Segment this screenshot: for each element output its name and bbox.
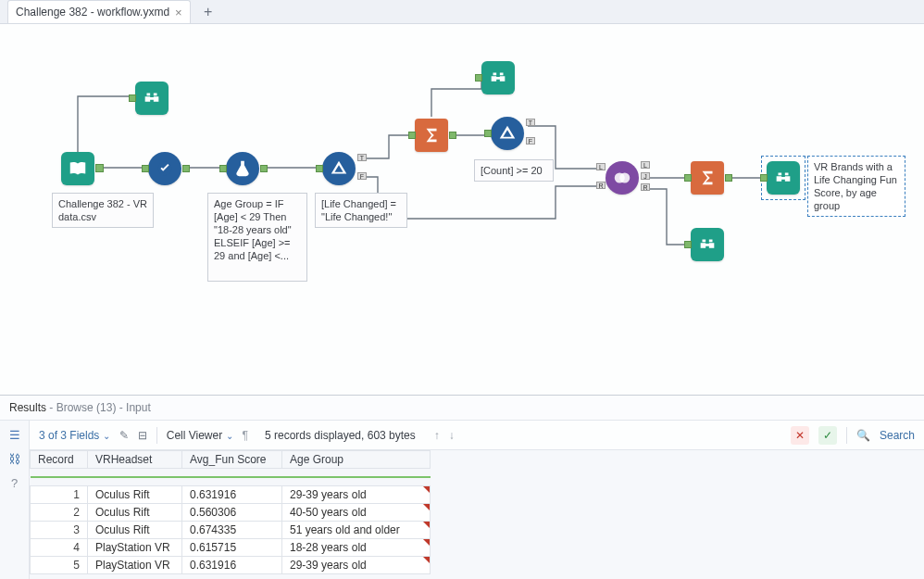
cell-score: 0.615715 <box>182 539 282 557</box>
browse-tool[interactable] <box>481 61 515 94</box>
close-tab-icon[interactable]: × <box>175 6 182 19</box>
arrow-up-icon[interactable]: ↑ <box>434 429 440 442</box>
select-tool[interactable] <box>148 152 181 185</box>
edit-icon[interactable]: ✎ <box>119 429 129 442</box>
filter1-annotation: [Life Changed] = "Life Changed!" <box>315 193 407 228</box>
browse-tool-selected[interactable] <box>767 161 800 195</box>
remove-icon[interactable]: ⊟ <box>138 429 147 442</box>
search-icon[interactable]: 🔍 <box>856 429 870 442</box>
cell-headset: PlayStation VR <box>88 539 182 557</box>
browse-tool[interactable] <box>135 82 169 115</box>
results-subtitle: - Browse (13) - Input <box>49 401 150 414</box>
separator <box>156 427 157 444</box>
records-status: 5 records displayed, 603 bytes <box>265 429 416 442</box>
join-icon <box>612 168 632 188</box>
table-row[interactable]: 1 Oculus Rift 0.631916 29-39 years old <box>31 486 431 504</box>
results-title: Results <box>9 401 46 414</box>
input-port[interactable] <box>684 241 692 248</box>
left-output-anchor[interactable]: L <box>641 161 650 169</box>
true-anchor[interactable]: T <box>357 154 367 161</box>
app-root: Challenge 382 - workflow.yxmd × + <box>0 0 924 579</box>
summarize-tool[interactable] <box>415 119 448 152</box>
help-icon[interactable]: ? <box>6 474 23 491</box>
binoculars-icon <box>488 68 508 88</box>
cell-viewer-dropdown[interactable]: Cell Viewer ⌄ <box>167 429 233 442</box>
sigma-icon <box>421 125 442 145</box>
output-port[interactable] <box>449 132 456 139</box>
table-row[interactable]: 4 PlayStation VR 0.615715 18-28 years ol… <box>31 539 431 557</box>
table-row[interactable]: 5 PlayStation VR 0.631916 29-39 years ol… <box>31 557 431 574</box>
right-output-anchor[interactable]: R <box>641 183 650 191</box>
cancel-button[interactable]: ✕ <box>791 426 809 445</box>
join-tool[interactable] <box>606 161 639 195</box>
col-record[interactable]: Record <box>31 451 88 469</box>
cell-score: 0.631916 <box>182 486 282 504</box>
filter-tool[interactable] <box>322 152 356 185</box>
arrow-down-icon[interactable]: ↓ <box>449 429 455 442</box>
cell-score: 0.674335 <box>182 522 282 539</box>
left-input-anchor[interactable]: L <box>596 163 606 170</box>
table-row[interactable]: 3 Oculus Rift 0.674335 51 years old and … <box>31 522 431 539</box>
input-port[interactable] <box>760 174 768 182</box>
output-port[interactable] <box>260 165 268 172</box>
cell-group: 29-39 years old <box>282 486 431 504</box>
binoculars-icon <box>142 88 162 108</box>
new-tab-button[interactable]: + <box>196 1 220 23</box>
input-port[interactable] <box>316 165 323 172</box>
table-row[interactable]: 2 Oculus Rift 0.560306 40-50 years old <box>31 504 431 522</box>
apply-button[interactable]: ✓ <box>818 426 837 445</box>
cell-headset: PlayStation VR <box>88 557 182 574</box>
output-port[interactable] <box>725 174 732 182</box>
cell-record: 1 <box>31 486 88 504</box>
cell-group: 51 years old and older <box>282 522 431 539</box>
input-port[interactable] <box>475 74 482 82</box>
false-anchor[interactable]: F <box>357 172 367 180</box>
list-view-icon[interactable]: ☰ <box>6 426 23 443</box>
input-port[interactable] <box>219 165 227 172</box>
col-group[interactable]: Age Group <box>282 451 431 469</box>
tab-bar: Challenge 382 - workflow.yxmd × + <box>0 0 924 24</box>
output-port[interactable] <box>182 165 190 172</box>
filter-tool[interactable] <box>491 117 524 150</box>
header-row: Record VRHeadset Avg_Fun Score Age Group <box>31 451 431 469</box>
cell-headset: Oculus Rift <box>88 486 182 504</box>
input-port[interactable] <box>142 165 149 172</box>
input-port[interactable] <box>408 132 416 139</box>
results-grid-wrapper[interactable]: Record VRHeadset Avg_Fun Score Age Group… <box>30 450 924 579</box>
false-anchor[interactable]: F <box>526 137 535 145</box>
workflow-canvas[interactable]: Challenge 382 - VR data.csv Age Group = … <box>0 24 924 395</box>
fields-dropdown[interactable]: 3 of 3 Fields ⌄ <box>39 429 110 442</box>
filter-icon <box>329 158 349 179</box>
input-annotation: Challenge 382 - VR data.csv <box>52 193 154 228</box>
right-input-anchor[interactable]: R <box>596 182 606 189</box>
results-panel: Results - Browse (13) - Input ☰ ⛓ ? 3 of… <box>0 395 924 579</box>
cell-record: 3 <box>31 522 88 539</box>
svg-point-2 <box>619 173 630 183</box>
chevron-down-icon: ⌄ <box>103 431 110 441</box>
input-port[interactable] <box>684 174 692 182</box>
output-port[interactable] <box>95 164 104 172</box>
input-data-tool[interactable] <box>61 152 94 185</box>
workflow-tab[interactable]: Challenge 382 - workflow.yxmd × <box>7 0 191 23</box>
col-headset[interactable]: VRHeadset <box>88 451 182 469</box>
pilcrow-icon[interactable]: ¶ <box>243 429 248 442</box>
cell-group: 40-50 years old <box>282 504 431 522</box>
input-port[interactable] <box>484 130 492 137</box>
cell-viewer-label: Cell Viewer <box>167 429 222 442</box>
formula-tool[interactable] <box>226 152 259 185</box>
chevron-down-icon: ⌄ <box>226 431 233 441</box>
input-port[interactable] <box>129 94 136 102</box>
results-grid: Record VRHeadset Avg_Fun Score Age Group… <box>30 450 431 574</box>
flask-icon <box>232 158 253 179</box>
fields-label: 3 of 3 Fields <box>39 429 99 442</box>
join-output-anchor[interactable]: J <box>641 172 650 180</box>
browse-tool[interactable] <box>691 228 724 261</box>
summarize-tool[interactable] <box>691 161 724 195</box>
true-anchor[interactable]: T <box>526 119 535 126</box>
separator <box>846 427 847 444</box>
cell-record: 4 <box>31 539 88 557</box>
link-view-icon[interactable]: ⛓ <box>6 450 23 467</box>
col-score[interactable]: Avg_Fun Score <box>182 451 282 469</box>
grid-body: 1 Oculus Rift 0.631916 29-39 years old 2… <box>31 486 431 574</box>
search-label[interactable]: Search <box>880 429 915 442</box>
